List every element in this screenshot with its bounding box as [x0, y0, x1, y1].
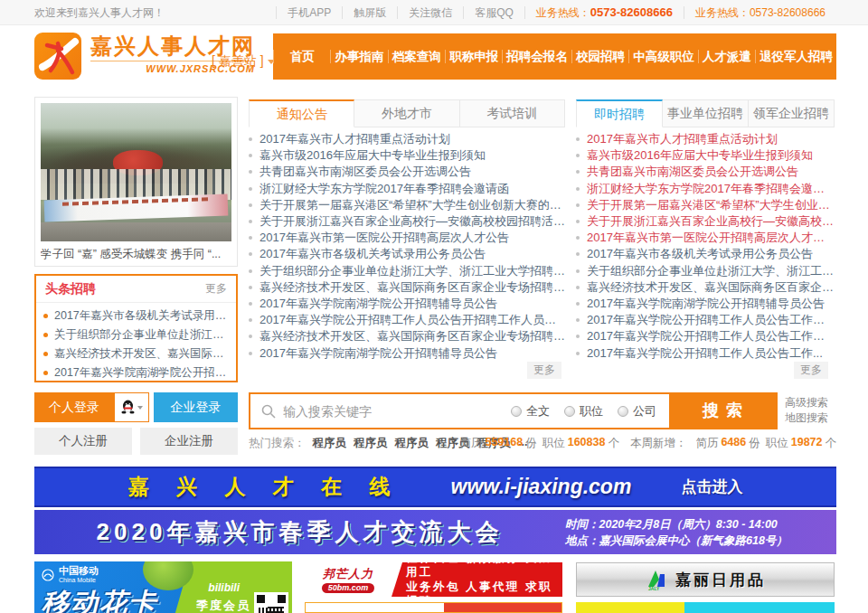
job-item[interactable]: 2017年嘉兴学院公开招聘工作人员公告工作... — [576, 345, 835, 362]
stat-item: 职位 160838 个 — [542, 436, 619, 451]
nav-item[interactable]: 职称申报 — [445, 50, 502, 63]
search-icon — [261, 404, 276, 419]
notice-item[interactable]: 嘉兴经济技术开发区、嘉兴国际商务区百家企业专场招聘会公告 — [249, 328, 565, 344]
headline-more-link[interactable]: 更多 — [205, 276, 227, 301]
notice-item[interactable]: 2017年嘉兴学院南湖学院公开招聘辅导员公告 — [249, 296, 565, 312]
notice-item[interactable]: 2017年嘉兴市各级机关考试录用公务员公告 — [249, 246, 565, 262]
job-item[interactable]: 嘉兴经济技术开发区、嘉兴国际商务区百家企业专... — [576, 279, 835, 296]
radio-icon — [511, 406, 522, 417]
banner2-place: 嘉兴国际会展中心（新气象路618号） — [599, 534, 788, 547]
job-item[interactable]: 2017年嘉兴市第一医院公开招聘高层次人才公告 — [576, 230, 835, 246]
map-search-link[interactable]: 地图搜索 — [785, 410, 828, 426]
advanced-search-link[interactable]: 高级搜索 — [785, 395, 828, 410]
ad-strip-partial[interactable] — [576, 602, 835, 613]
notice-item[interactable]: 2017年嘉兴学院南湖学院公开招聘辅导员公告 — [249, 344, 565, 361]
banner-jiaxing-talent-online[interactable]: 嘉 兴 人 才 在 线 www.i-jiaxing.com 点击进入 — [34, 467, 836, 507]
headline-item[interactable]: 关于组织部分企事业单位赴浙江大学... — [43, 325, 229, 344]
notice-more-link[interactable]: 更多 — [527, 362, 561, 379]
notice-item-text: 嘉兴经济技术开发区、嘉兴国际商务区百家企业专场招聘会公告 — [259, 279, 565, 296]
bullet-icon — [576, 170, 580, 174]
job-item[interactable]: 关于开展浙江嘉兴百家企业高校行—安徽高校校园... — [576, 213, 835, 230]
notice-item-text: 浙江财经大学东方学院2017年春季招聘会邀请函 — [259, 181, 565, 197]
topbar-link[interactable]: 关注微信 — [397, 6, 463, 19]
china-mobile-en: China Mobile — [59, 576, 99, 584]
jobs-list-hot: 2017年嘉兴市人才招聘重点活动计划 嘉兴市级2016年应届大中专毕业生报到须知… — [576, 131, 835, 246]
notice-item[interactable]: 嘉兴经济技术开发区、嘉兴国际商务区百家企业专场招聘会公告 — [249, 279, 565, 296]
notice-item[interactable]: 2017年嘉兴市第一医院公开招聘高层次人才公告 — [249, 230, 565, 246]
qq-login-dropdown[interactable] — [114, 392, 149, 422]
job-item[interactable]: 2017年嘉兴学院公开招聘工作人员公告工作人员... — [576, 312, 835, 328]
job-item-text: 嘉兴经济技术开发区、嘉兴国际商务区百家企业专... — [587, 279, 835, 296]
tab-notice[interactable]: 通知公告 — [249, 99, 354, 127]
notice-item[interactable]: 浙江财经大学东方学院2017年春季招聘会邀请函 — [249, 181, 565, 197]
ad-jaly[interactable]: JALY 嘉丽日用品 — [576, 562, 835, 597]
topbar-link[interactable]: 客服QQ — [463, 6, 524, 19]
nav-item[interactable]: 首页 — [273, 50, 330, 63]
site-logo-icon[interactable] — [34, 33, 81, 80]
nav-item[interactable]: 办事指南 — [330, 50, 387, 63]
hot-term[interactable]: 程序员 — [313, 436, 347, 451]
notice-item[interactable]: 共青团嘉兴市南湖区委员会公开选调公告 — [249, 164, 565, 180]
notice-item[interactable]: 2017年嘉兴学院公开招聘工作人员公告开招聘工作人员公告开... — [249, 312, 565, 328]
search-button[interactable]: 搜索 — [669, 394, 776, 428]
notice-item[interactable]: 关于组织部分企事业单位赴浙江大学、浙江工业大学招聘人才的... — [249, 263, 565, 279]
banner-spring-job-fair[interactable]: 2020年嘉兴市春季人才交流大会 时间：2020年2月8日（周六）8:30 - … — [34, 510, 836, 554]
notice-item[interactable]: 关于开展第一届嘉兴港区“希望杯”大学生创业创新大赛的通知 — [249, 197, 565, 213]
news-photo-card[interactable]: 学子回 “嘉” 感受禾城蝶变 携手同 “... — [34, 97, 238, 267]
job-item[interactable]: 共青团嘉兴市南湖区委员会公开选调公告 — [576, 164, 835, 180]
tab-exam-training[interactable]: 考试培训 — [460, 99, 565, 127]
company-login-button[interactable]: 企业登录 — [154, 392, 238, 422]
job-item[interactable]: 2017年嘉兴学院南湖学院公开招聘辅导员公告 — [576, 296, 835, 312]
job-item[interactable]: 2017年嘉兴学院公开招聘工作人员公告工作人员... — [576, 328, 835, 344]
nav-item[interactable]: 退役军人招聘 — [755, 50, 836, 63]
tab-public-jobs[interactable]: 事业单位招聘 — [663, 99, 749, 127]
bullet-icon — [43, 352, 48, 356]
stat-value: 559168 — [485, 436, 523, 451]
job-item[interactable]: 关于开展第一届嘉兴港区“希望杯”大学生创业创... — [576, 197, 835, 213]
stat-item: 简历 6486 份 — [695, 436, 760, 451]
job-item[interactable]: 2017年嘉兴市各级机关考试录用公务员公告 — [576, 246, 835, 262]
nav-item[interactable]: 中高级职位 — [628, 50, 698, 63]
jobs-tabs: 即时招聘 事业单位招聘 领军企业招聘 — [576, 99, 835, 127]
job-item[interactable]: 关于组织部分企事业单位赴浙江大学、浙江工业大... — [576, 263, 835, 279]
weekly-label: 本周新增： — [630, 436, 687, 451]
nav-item[interactable]: 招聘会报名 — [502, 50, 571, 63]
headline-item[interactable]: 2017年嘉兴学院南湖学院公开招聘辅... — [43, 363, 229, 382]
hot-term[interactable]: 程序员 — [354, 436, 388, 451]
tab-leading-company-jobs[interactable]: 领军企业招聘 — [749, 99, 835, 127]
hot-term[interactable]: 程序员 — [395, 436, 429, 451]
stat-label: 简历 — [459, 436, 482, 451]
job-item[interactable]: 2017年嘉兴市人才招聘重点活动计划 — [576, 131, 835, 147]
jobs-more-link[interactable]: 更多 — [794, 362, 828, 379]
station-selector[interactable]: [ 嘉善站 ] — [212, 53, 275, 70]
headline-item[interactable]: 嘉兴经济技术开发区、嘉兴国际商务... — [43, 344, 229, 363]
search-input[interactable] — [283, 394, 511, 428]
notice-item-text: 2017年嘉兴学院南湖学院公开招聘辅导员公告 — [259, 345, 565, 362]
job-item-text: 2017年嘉兴市第一医院公开招聘高层次人才公告 — [587, 230, 835, 246]
notice-item[interactable]: 2017年嘉兴市人才招聘重点活动计划 — [249, 131, 565, 147]
ad-china-mobile[interactable]: 中国移动 China Mobile 移动花卡 bilibili 季度会员 — [34, 561, 292, 613]
stat-unit: 份 — [749, 436, 760, 451]
headline-item[interactable]: 2017年嘉兴市各级机关考试录用公务... — [43, 306, 229, 325]
personal-register-button[interactable]: 个人注册 — [34, 428, 132, 455]
topbar-link[interactable]: 触屏版 — [342, 6, 397, 19]
job-item[interactable]: 浙江财经大学东方学院2017年春季招聘会邀请函 — [576, 181, 835, 197]
scope-radio[interactable]: 公司 — [618, 403, 656, 420]
tab-instant-jobs[interactable]: 即时招聘 — [576, 99, 663, 127]
scope-radio[interactable]: 职位 — [564, 403, 603, 420]
topbar-link[interactable]: 手机APP — [276, 6, 342, 19]
scope-radio[interactable]: 全文 — [511, 403, 550, 420]
main-nav: 首页办事指南档案查询职称申报招聘会报名校园招聘中高级职位人才派遣退役军人招聘 — [273, 33, 836, 80]
nav-item[interactable]: 人才派遣 — [698, 50, 755, 63]
ad-strip-partial[interactable] — [305, 602, 562, 613]
bullet-icon — [249, 170, 252, 174]
company-register-button[interactable]: 企业注册 — [140, 428, 238, 455]
tab-other-city[interactable]: 外地才市 — [354, 99, 459, 127]
nav-item[interactable]: 档案查询 — [388, 50, 445, 63]
notice-item[interactable]: 关于开展浙江嘉兴百家企业高校行—安徽高校校园招聘活动的通... — [249, 213, 565, 230]
nav-item[interactable]: 校园招聘 — [571, 50, 628, 63]
job-item[interactable]: 嘉兴市级2016年应届大中专毕业生报到须知 — [576, 147, 835, 164]
notice-item[interactable]: 嘉兴市级2016年应届大中专毕业生报到须知 — [249, 147, 565, 164]
ad-bangmang-hr[interactable]: 邦芒人力 50bm.com 社保代理 薪酬服务 灵活用工 业务外包 人事代理 求… — [305, 562, 562, 597]
personal-login-button[interactable]: 个人登录 — [34, 392, 114, 422]
